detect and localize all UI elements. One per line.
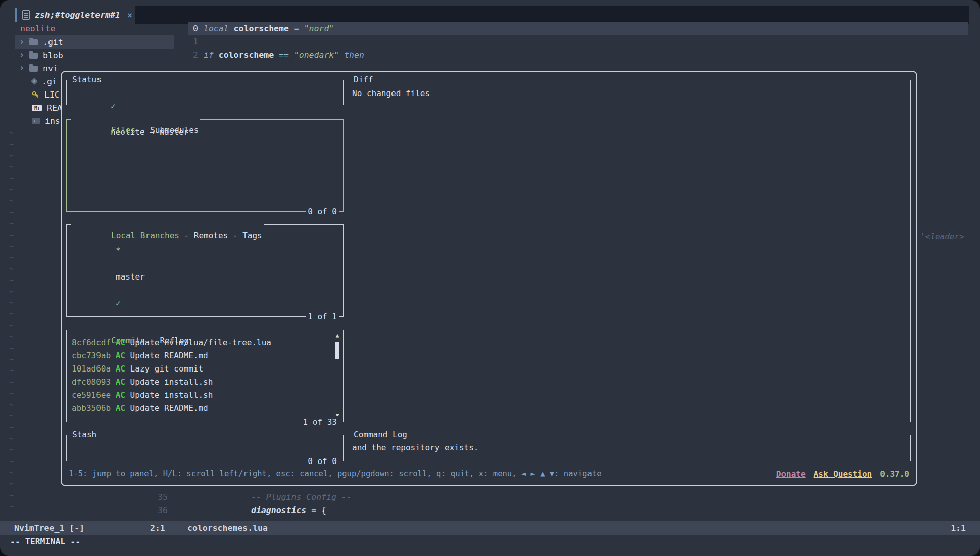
folder-icon <box>29 65 38 72</box>
tilde: ~ <box>9 173 14 184</box>
stash-panel[interactable]: Stash 0 of 0 <box>66 435 344 461</box>
tab-toggleterm[interactable]: zsh;#toggleterm#1 × <box>22 6 132 24</box>
diff-panel-title: Diff <box>354 75 373 84</box>
commit-hash: 8cf6dcdf <box>72 338 111 347</box>
tilde: ~ <box>9 138 14 150</box>
stash-panel-title: Stash <box>72 430 96 439</box>
tilde: ~ <box>9 308 14 319</box>
status-panel[interactable]: Status ✓ neolite → master <box>66 80 344 105</box>
tilde: ~ <box>9 320 14 331</box>
code-line-35[interactable]: -- Plugins Config -- <box>251 491 352 504</box>
chevron-right-icon[interactable] <box>19 66 23 70</box>
files-panel-title[interactable]: Files <box>111 125 135 135</box>
tilde: ~ <box>9 388 14 399</box>
tilde: ~ <box>9 229 14 241</box>
commit-hash: abb3506b <box>72 403 111 413</box>
files-panel[interactable]: Files - Submodules 0 of 0 <box>66 119 344 212</box>
code-line-36[interactable]: diagnostics = { <box>251 504 326 517</box>
tilde: ~ <box>9 150 14 161</box>
git-file-icon <box>32 79 37 84</box>
tilde: ~ <box>9 241 14 252</box>
branches-count: 1 of 1 <box>306 311 339 322</box>
donate-link[interactable]: Donate <box>776 469 806 479</box>
files-count: 0 of 0 <box>306 206 339 217</box>
keybindings-text: 1-5: jump to panel, H/L: scroll left/rig… <box>69 469 602 478</box>
folder-icon <box>29 52 38 59</box>
chevron-right-icon[interactable] <box>19 53 23 57</box>
ask-question-link[interactable]: Ask Question <box>814 469 872 479</box>
commit-author: AC <box>116 351 125 360</box>
diff-panel[interactable]: Diff No changed files <box>348 80 911 422</box>
tilde: ~ <box>9 207 14 218</box>
commit-message: Update install.sh <box>130 377 213 387</box>
commits-scrollbar[interactable]: ▲ ▼ <box>333 331 342 421</box>
chevron-right-icon[interactable] <box>19 40 23 44</box>
commit-row[interactable]: abb3506b AC Update README.md <box>72 402 330 415</box>
tree-item-blob[interactable]: blob <box>15 49 174 62</box>
tilde: ~ <box>9 218 14 229</box>
commit-message: Update nvim/lua/file-tree.lua <box>130 338 271 347</box>
commit-hash: 101ad60a <box>72 364 111 374</box>
commit-author: AC <box>116 377 125 387</box>
tilde: ~ <box>9 410 14 422</box>
leader-hint-text: '<leader> <box>920 230 964 243</box>
terminal-icon: ›_ <box>32 118 40 124</box>
tilde: ~ <box>9 161 14 172</box>
tilde: ~ <box>9 127 14 138</box>
tilde: ~ <box>9 297 14 308</box>
statusline: NvimTree_1 [-] 2:1 colorschemes.lua 1:1 <box>0 521 980 535</box>
code-line-2[interactable]: if colorscheme == "onedark" then <box>204 49 364 62</box>
branch-item[interactable]: * master ✓ <box>77 231 331 244</box>
commit-row[interactable]: cbc739ab AC Update README.md <box>72 349 330 362</box>
tilde: ~ <box>9 263 14 274</box>
command-log-title: Command Log <box>354 430 407 439</box>
statusline-cursor: 1:1 <box>951 521 966 535</box>
scrollbar-thumb[interactable] <box>335 342 339 359</box>
active-tab-indicator <box>15 8 17 22</box>
commit-list: 8cf6dcdf AC Update nvim/lua/file-tree.lu… <box>72 336 330 415</box>
line-number: 0 <box>185 22 198 35</box>
commit-message: Update README.md <box>130 403 208 413</box>
tilde: ~ <box>9 252 14 263</box>
mode-indicator: -- TERMINAL -- <box>10 535 80 549</box>
files-panel-tabs[interactable]: - Submodules <box>135 125 199 135</box>
tilde: ~ <box>9 354 14 365</box>
scroll-up-icon[interactable]: ▲ <box>334 332 341 339</box>
commit-row[interactable]: 101ad60a AC Lazy git commit <box>72 362 330 376</box>
tilde: ~ <box>9 501 14 512</box>
tilde: ~ <box>9 377 14 388</box>
tree-item-git[interactable]: .git <box>15 35 174 49</box>
command-log-panel[interactable]: Command Log and the repository exists. <box>348 435 911 461</box>
commits-panel[interactable]: Commits - Reflog 8cf6dcdf AC Update nvim… <box>66 330 344 422</box>
status-line: ✓ neolite → master <box>72 86 331 100</box>
tilde: ~ <box>9 422 14 433</box>
commit-hash: dfc08093 <box>72 377 111 387</box>
markdown-icon: M↓ <box>32 105 42 111</box>
check-icon: ✓ <box>116 298 121 308</box>
commit-row[interactable]: ce5916ee AC Update install.sh <box>72 389 330 402</box>
tilde: ~ <box>9 490 14 501</box>
tree-root-label: neolite <box>20 22 56 35</box>
status-panel-title: Status <box>72 75 102 84</box>
commit-message: Update README.md <box>130 351 208 360</box>
line-number: 1 <box>185 35 198 49</box>
code-line-0[interactable]: local colorscheme = "nord" <box>204 22 334 35</box>
close-icon[interactable]: × <box>127 10 132 20</box>
commits-count: 1 of 33 <box>301 416 339 428</box>
terminal-window: zsh;#toggleterm#1 × neolite .git blob nv… <box>0 0 980 556</box>
commit-row[interactable]: 8cf6dcdf AC Update nvim/lua/file-tree.lu… <box>72 336 330 349</box>
commit-row[interactable]: dfc08093 AC Update install.sh <box>72 376 330 389</box>
commit-message: Lazy git commit <box>130 364 204 374</box>
diff-content: No changed files <box>352 87 898 100</box>
commit-author: AC <box>116 364 125 374</box>
commit-hash: cbc739ab <box>72 351 111 360</box>
tilde: ~ <box>9 399 14 410</box>
branches-panel[interactable]: Local Branches - Remotes - Tags * master… <box>66 224 344 317</box>
commit-message: Update install.sh <box>130 390 213 400</box>
version-label: 0.37.0 <box>880 469 909 479</box>
commit-author: AC <box>116 338 125 347</box>
statusline-position: 2:1 <box>150 521 165 535</box>
tilde: ~ <box>9 444 14 455</box>
command-log-content: and the repository exists. <box>352 441 898 454</box>
statusline-filename: colorschemes.lua <box>187 521 268 535</box>
